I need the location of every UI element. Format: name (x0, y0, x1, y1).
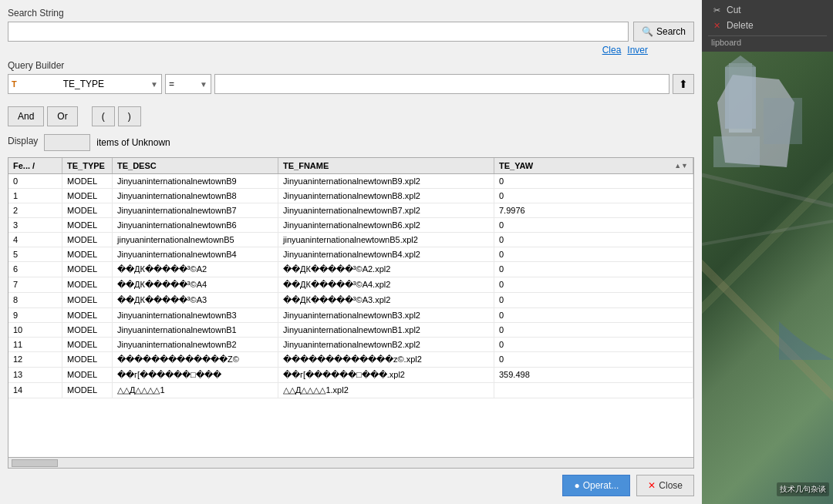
col-header-fname[interactable]: TE_FNAME (278, 158, 494, 173)
cell-desc: �������������Z© (113, 352, 278, 367)
search-button[interactable]: 🔍 Search (633, 22, 694, 42)
field-select[interactable]: T TE_TYPE ▼ (8, 74, 162, 94)
table-header: Fe... / TE_TYPE TE_DESC TE_FNAME TE_YAW … (8, 158, 693, 174)
cell-fname: JinyuaninternationalnewtownB1.xpl2 (278, 323, 494, 337)
svg-line-6 (702, 221, 833, 244)
search-input[interactable] (8, 22, 629, 42)
svg-rect-4 (713, 136, 760, 167)
table-row[interactable]: 7 MODEL ��ДК�����³©А4 ��ДК�����³©А4.xpl2… (8, 277, 693, 293)
satellite-image: 技术几句杂谈 (702, 52, 833, 504)
table-row[interactable]: 12 MODEL �������������Z© �������������z©… (8, 352, 693, 368)
table-row[interactable]: 8 MODEL ��ДК�����³©А3 ��ДК�����³©А3.xpl2… (8, 293, 693, 308)
cut-menu-item[interactable]: ✂ Cut (708, 3, 827, 17)
cell-type: MODEL (62, 323, 113, 337)
cell-type: MODEL (62, 352, 113, 367)
open-paren-button[interactable]: ( (92, 106, 115, 126)
cut-icon: ✂ (711, 5, 722, 15)
delete-menu-item[interactable]: ✕ Delete (708, 18, 827, 32)
table-row[interactable]: 11 MODEL JinyuaninternationalnewtownB2 J… (8, 338, 693, 352)
table-row[interactable]: 9 MODEL JinyuaninternationalnewtownB3 Ji… (8, 308, 693, 323)
cell-desc: ��г[������□��� (113, 368, 278, 382)
cell-yaw: 0 (494, 352, 693, 367)
cell-yaw: 0 (494, 233, 693, 247)
cell-yaw: 7.9976 (494, 203, 693, 217)
cell-fname: JinyuaninternationalnewtownB7.xpl2 (278, 203, 494, 217)
invert-link[interactable]: Inver (627, 45, 648, 55)
cell-fname: JinyuaninternationalnewtownB9.xpl2 (278, 174, 494, 188)
cell-yaw: 0 (494, 218, 693, 232)
watermark: 技术几句杂谈 (777, 482, 829, 496)
h-scroll-thumb[interactable] (12, 459, 58, 467)
search-string-label: Search String (8, 8, 694, 18)
cell-type: MODEL (62, 277, 113, 292)
cell-desc: △△Д△△△△1 (113, 383, 278, 398)
cell-fe: 8 (8, 293, 62, 307)
cell-desc: JinyuaninternationalnewtownB3 (113, 308, 278, 322)
op-dropdown-icon: ▼ (200, 80, 207, 89)
cell-fe: 12 (8, 352, 62, 367)
cell-yaw: 0 (494, 323, 693, 337)
cell-yaw: 0 (494, 189, 693, 203)
value-select[interactable] (214, 74, 669, 94)
cell-desc: JinyuaninternationalnewtownB7 (113, 203, 278, 217)
search-links: Clea Inver (8, 45, 694, 55)
table-row[interactable]: 0 MODEL JinyuaninternationalnewtownB9 Ji… (8, 174, 693, 189)
col-header-yaw[interactable]: TE_YAW ▲▼ (494, 158, 693, 173)
cell-fname: �������������z©.xpl2 (278, 352, 494, 367)
operate-button[interactable]: ● Operat... (562, 475, 630, 496)
table-row[interactable]: 2 MODEL JinyuaninternationalnewtownB7 Ji… (8, 203, 693, 218)
svg-line-5 (702, 175, 833, 206)
close-paren-button[interactable]: ) (118, 106, 141, 126)
cell-fe: 2 (8, 203, 62, 217)
upload-button[interactable]: ⬆ (673, 74, 694, 94)
display-row: Display 53 items of Unknown (8, 134, 694, 151)
operator-select[interactable]: = ▼ (165, 74, 211, 94)
table-row[interactable]: 10 MODEL JinyuaninternationalnewtownB1 J… (8, 323, 693, 338)
cell-desc: ��ДК�����³©А4 (113, 277, 278, 292)
cell-type: MODEL (62, 174, 113, 188)
svg-marker-2 (725, 55, 756, 129)
table-row[interactable]: 1 MODEL JinyuaninternationalnewtownB8 Ji… (8, 189, 693, 203)
cell-yaw: 0 (494, 293, 693, 307)
display-count-input[interactable]: 53 (44, 134, 90, 151)
query-row: T TE_TYPE ▼ = ▼ ⬆ (8, 74, 694, 94)
dropdown-icon: ▼ (150, 80, 158, 89)
bottom-bar: ● Operat... ✕ Close (8, 469, 694, 496)
cell-fname: JinyuaninternationalnewtownB8.xpl2 (278, 189, 494, 203)
cell-type: MODEL (62, 368, 113, 382)
table-row[interactable]: 5 MODEL JinyuaninternationalnewtownB4 Ji… (8, 247, 693, 262)
cell-fe: 10 (8, 323, 62, 337)
col-header-fe[interactable]: Fe... / (8, 158, 62, 173)
upload-icon: ⬆ (679, 78, 688, 90)
table-row[interactable]: 3 MODEL JinyuaninternationalnewtownB6 Ji… (8, 218, 693, 233)
cell-type: MODEL (62, 218, 113, 232)
cell-yaw: 0 (494, 277, 693, 292)
col-header-desc[interactable]: TE_DESC (113, 158, 278, 173)
cell-fe: 11 (8, 338, 62, 351)
cell-fname: ��ДК�����³©А4.xpl2 (278, 277, 494, 292)
cell-fe: 13 (8, 368, 62, 382)
or-button[interactable]: Or (47, 106, 77, 126)
cell-fe: 7 (8, 277, 62, 292)
cell-fname: ��ДК�����³©А2.xpl2 (278, 262, 494, 277)
search-icon: 🔍 (642, 26, 653, 37)
right-menu-bar: ✂ Cut ✕ Delete lipboard (702, 0, 833, 52)
close-button[interactable]: ✕ Close (636, 475, 694, 496)
cell-yaw: 0 (494, 262, 693, 277)
and-button[interactable]: And (8, 106, 44, 126)
table-row[interactable]: 14 MODEL △△Д△△△△1 △△Д△△△△1.xpl2 (8, 383, 693, 398)
cell-yaw: 359.498 (494, 368, 693, 382)
table-row[interactable]: 13 MODEL ��г[������□��� ��г[������□���.x… (8, 368, 693, 383)
horizontal-scrollbar[interactable] (8, 457, 693, 468)
cell-desc: jinyuaninternationalnewtownB5 (113, 233, 278, 247)
search-row: 🔍 Search (8, 22, 694, 42)
table-row[interactable]: 4 MODEL jinyuaninternationalnewtownB5 ji… (8, 233, 693, 247)
query-builder-section: Query Builder T TE_TYPE ▼ = ▼ ⬆ (8, 60, 694, 99)
clear-link[interactable]: Clea (602, 45, 622, 55)
col-header-type[interactable]: TE_TYPE (62, 158, 113, 173)
table-row[interactable]: 6 MODEL ��ДК�����³©А2 ��ДК�����³©А2.xpl2… (8, 262, 693, 277)
query-builder-label: Query Builder (8, 60, 694, 71)
cell-fe: 3 (8, 218, 62, 232)
cell-fname: ��ДК�����³©А3.xpl2 (278, 293, 494, 307)
cell-desc: JinyuaninternationalnewtownB1 (113, 323, 278, 337)
